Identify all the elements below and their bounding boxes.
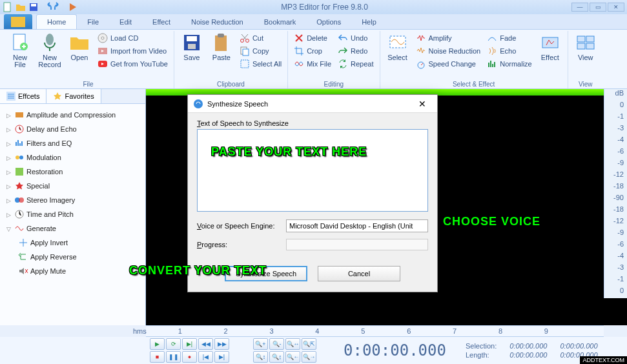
tab-edit[interactable]: Edit bbox=[109, 14, 142, 29]
tree-item[interactable]: ▷Amplitude and Compression bbox=[3, 108, 143, 122]
ribbon-group-view: View View bbox=[568, 31, 603, 88]
tree-item[interactable]: ▷Restoration bbox=[3, 165, 143, 179]
effects-tree: ▷Amplitude and Compression ▷Delay and Ec… bbox=[0, 104, 145, 325]
tab-help[interactable]: Help bbox=[351, 14, 387, 29]
crop-button[interactable]: Crop bbox=[292, 45, 333, 57]
svg-point-7 bbox=[101, 37, 104, 39]
tab-file[interactable]: File bbox=[77, 14, 109, 29]
open-button[interactable]: Open bbox=[66, 31, 93, 80]
svg-rect-0 bbox=[4, 3, 10, 12]
loop-button[interactable]: ⟳ bbox=[166, 338, 181, 350]
tab-options[interactable]: Options bbox=[306, 14, 351, 29]
echo-button[interactable]: Echo bbox=[485, 45, 534, 57]
delete-button[interactable]: Delete bbox=[292, 32, 333, 44]
tree-icon bbox=[14, 167, 25, 177]
new-record-button[interactable]: NewRecord bbox=[36, 31, 63, 80]
tree-item[interactable]: ▷Special bbox=[3, 179, 143, 193]
dialog-title-bar[interactable]: Synthesize Speech ✕ bbox=[188, 95, 437, 113]
amplify-button[interactable]: Amplify bbox=[414, 32, 483, 44]
qat-open-icon[interactable] bbox=[15, 2, 26, 12]
tree-item[interactable]: ▷Delay and Echo bbox=[3, 122, 143, 136]
redo-button[interactable]: Redo bbox=[336, 45, 375, 57]
voice-dropdown[interactable]: Microsoft David Desktop - English (Unit bbox=[286, 219, 428, 232]
view-button[interactable]: View bbox=[572, 31, 599, 80]
app-button[interactable] bbox=[4, 14, 32, 29]
tree-item[interactable]: ▷Time and Pitch bbox=[3, 207, 143, 221]
invert-icon bbox=[18, 238, 28, 248]
minimize-button[interactable]: — bbox=[571, 3, 588, 12]
skip-start-button[interactable]: |◀ bbox=[198, 351, 213, 363]
youtube-button[interactable]: Get from YouTube bbox=[96, 58, 170, 70]
side-panel-tabs: Effcets Favorites bbox=[0, 89, 145, 104]
qat-redo-icon[interactable] bbox=[54, 2, 65, 12]
import-video-button[interactable]: Import from Video bbox=[96, 45, 170, 57]
play-button[interactable]: ▶ bbox=[150, 338, 165, 350]
zoom-in-button[interactable]: 🔍+ bbox=[253, 338, 268, 350]
play-end-button[interactable]: ▶| bbox=[182, 338, 197, 350]
close-button[interactable]: ✕ bbox=[608, 3, 624, 12]
zoom-left-button[interactable]: 🔍← bbox=[285, 351, 300, 363]
qat-play-icon[interactable] bbox=[67, 2, 77, 12]
redo-icon bbox=[338, 46, 348, 56]
tab-effect[interactable]: Effect bbox=[142, 14, 181, 29]
qat-save-icon[interactable] bbox=[28, 2, 39, 12]
tree-subitem[interactable]: Apply Invert bbox=[14, 236, 143, 250]
effect-button[interactable]: Effect bbox=[537, 31, 564, 80]
ribbon-group-editing-label: Editing bbox=[292, 80, 375, 88]
tree-item[interactable]: ▷Stereo Imagery bbox=[3, 193, 143, 207]
speed-change-button[interactable]: Speed Change bbox=[414, 58, 483, 70]
save-button[interactable]: Save bbox=[178, 31, 205, 80]
tree-icon bbox=[14, 138, 25, 148]
rewind-button[interactable]: ◀◀ bbox=[198, 338, 213, 350]
pause-button[interactable]: ❚❚ bbox=[166, 351, 181, 363]
new-file-button[interactable]: NewFile bbox=[6, 31, 34, 80]
cancel-button[interactable]: Cancel bbox=[318, 266, 400, 281]
time-ruler: hms 123456789 bbox=[146, 325, 604, 337]
zoom-v-in-button[interactable]: 🔍↕ bbox=[253, 351, 268, 363]
tab-effects[interactable]: Effcets bbox=[0, 89, 46, 103]
tab-favorites[interactable]: Favorites bbox=[46, 89, 101, 103]
undo-button[interactable]: Undo bbox=[336, 32, 375, 44]
tree-item[interactable]: ▷Filters and EQ bbox=[3, 136, 143, 150]
tree-subitem[interactable]: Apply Reverse bbox=[14, 250, 143, 264]
select-button[interactable]: Select bbox=[384, 31, 411, 80]
progress-bar bbox=[286, 239, 428, 250]
scissors-icon bbox=[240, 33, 250, 43]
cut-button[interactable]: Cut bbox=[238, 32, 283, 44]
zoom-right-button[interactable]: 🔍→ bbox=[302, 351, 316, 363]
normalize-button[interactable]: Normalize bbox=[485, 58, 534, 70]
tree-item[interactable]: ▽Generate bbox=[3, 221, 143, 236]
text-label: Text of Speech to Synthesize bbox=[197, 119, 428, 127]
svg-rect-18 bbox=[243, 49, 249, 56]
repeat-button[interactable]: Repeat bbox=[336, 58, 375, 70]
copy-button[interactable]: Copy bbox=[238, 45, 283, 57]
tree-subitem[interactable]: Apply Mute bbox=[14, 264, 143, 278]
select-icon bbox=[387, 32, 408, 53]
paste-button[interactable]: Paste bbox=[208, 31, 235, 80]
ribbon: NewFile NewRecord Open Load CD Import fr… bbox=[0, 30, 627, 89]
stop-button[interactable]: ■ bbox=[150, 351, 165, 363]
zoom-fit-button[interactable]: 🔍↔ bbox=[285, 338, 300, 350]
dialog-close-button[interactable]: ✕ bbox=[413, 97, 432, 110]
zoom-sel-button[interactable]: 🔍⇱ bbox=[302, 338, 316, 350]
tree-item[interactable]: ▷Modulation bbox=[3, 150, 143, 165]
tab-bookmark[interactable]: Bookmark bbox=[254, 14, 307, 29]
tab-noise-reduction[interactable]: Noise Reduction bbox=[181, 14, 254, 29]
select-all-button[interactable]: Select All bbox=[238, 58, 283, 70]
mix-file-button[interactable]: Mix File bbox=[292, 58, 333, 70]
annotation-paste: PASTE YOUR TEXT HERE bbox=[211, 145, 367, 159]
fade-button[interactable]: Fade bbox=[485, 32, 534, 44]
load-cd-button[interactable]: Load CD bbox=[96, 32, 170, 44]
qat-new-icon[interactable] bbox=[3, 2, 13, 12]
tab-home[interactable]: Home bbox=[36, 14, 77, 29]
skip-end-button[interactable]: ▶| bbox=[214, 351, 229, 363]
speech-text-input[interactable] bbox=[197, 129, 428, 212]
zoom-out-button[interactable]: 🔍- bbox=[269, 338, 284, 350]
forward-button[interactable]: ▶▶ bbox=[214, 338, 229, 350]
normalize-icon bbox=[487, 59, 497, 69]
zoom-v-out-button[interactable]: 🔍↨ bbox=[269, 351, 284, 363]
maximize-button[interactable]: ▭ bbox=[590, 3, 606, 12]
record-button[interactable]: ● bbox=[182, 351, 197, 363]
noise-reduction-button[interactable]: Noise Reduction bbox=[414, 45, 483, 57]
qat-undo-icon[interactable] bbox=[41, 2, 52, 12]
